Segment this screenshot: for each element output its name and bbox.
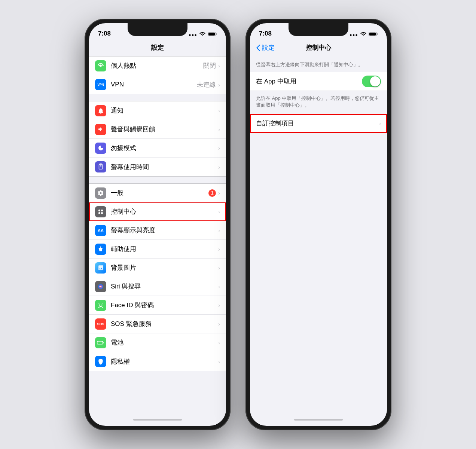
toggle-row[interactable]: 在 App 中取用 <box>250 72 387 91</box>
control-center-chevron: › <box>218 208 220 215</box>
sounds-icon <box>95 124 106 135</box>
row-notifications[interactable]: 通知 › <box>89 101 226 120</box>
svg-rect-8 <box>100 167 102 167</box>
nav-bar-2: 設定 控制中心 <box>250 40 387 56</box>
home-bar-1 <box>133 419 182 421</box>
accessibility-icon <box>95 244 106 255</box>
phone-1-screen: 7:08 ●●● <box>89 23 226 426</box>
svg-point-17 <box>363 36 364 37</box>
svg-rect-13 <box>98 307 100 308</box>
accessibility-chevron: › <box>218 246 220 252</box>
hotspot-icon <box>95 60 106 71</box>
notch-2 <box>289 23 348 36</box>
row-control-center[interactable]: 控制中心 › <box>89 202 226 221</box>
gap-1 <box>89 94 226 101</box>
group-system: 通知 › 聲音與觸覺回饋 › <box>89 101 226 177</box>
group-connections: 個人熱點 關閉 › VPN VPN 未連線 › <box>89 56 226 94</box>
wifi-icon <box>199 32 205 37</box>
privacy-icon <box>95 356 106 367</box>
row-sounds[interactable]: 聲音與觸覺回饋 › <box>89 120 226 139</box>
notifications-label: 通知 <box>111 106 218 115</box>
battery-label: 電池 <box>111 338 218 347</box>
dnd-icon <box>95 143 106 154</box>
hotspot-chevron: › <box>218 62 220 69</box>
top-description: 從螢幕右上方邊緣向下滑動來打開「通知中心」。 <box>250 56 387 72</box>
hotspot-label: 個人熱點 <box>111 61 203 70</box>
privacy-label: 隱私權 <box>111 357 218 366</box>
screen-time-icon <box>95 161 106 172</box>
screen-time-chevron: › <box>218 164 220 170</box>
svg-rect-12 <box>102 303 103 303</box>
siri-chevron: › <box>218 283 220 290</box>
settings-content-2: 從螢幕右上方邊緣向下滑動來打開「通知中心」。 在 App 中取用 允許在 App… <box>250 56 387 413</box>
nav-title-2: 控制中心 <box>306 43 331 52</box>
phone-1: 7:08 ●●● <box>85 19 231 430</box>
gap-2 <box>89 177 226 183</box>
svg-rect-19 <box>369 33 376 36</box>
sos-chevron: › <box>218 321 220 327</box>
signal-icon-2: ●●● <box>350 33 358 37</box>
status-time-2: 7:08 <box>259 30 272 37</box>
toggle-switch[interactable] <box>362 76 381 87</box>
battery-row-icon <box>95 337 106 348</box>
general-badge: 1 <box>208 189 216 197</box>
faceid-label: Face ID 與密碼 <box>111 301 218 309</box>
row-screen-time[interactable]: 螢幕使用時間 › <box>89 158 226 176</box>
wallpaper-chevron: › <box>218 265 220 271</box>
svg-rect-11 <box>98 303 100 303</box>
row-hotspot[interactable]: 個人熱點 關閉 › <box>89 56 226 75</box>
wallpaper-label: 背景圖片 <box>111 263 218 272</box>
row-general[interactable]: 一般 1 › <box>89 184 226 202</box>
control-center-icon <box>95 206 106 217</box>
vpn-value: 未連線 <box>197 80 216 89</box>
row-display[interactable]: AA 螢幕顯示與亮度 › <box>89 221 226 240</box>
row-accessibility[interactable]: 輔助使用 › <box>89 240 226 259</box>
battery-icon <box>208 32 217 37</box>
faceid-chevron: › <box>218 302 220 308</box>
nav-bar-1: 設定 <box>89 40 226 56</box>
row-siri[interactable]: Siri 與搜尋 › <box>89 277 226 296</box>
dnd-label: 勿擾模式 <box>111 144 218 152</box>
phone-2-screen: 7:08 ●●● <box>250 23 387 426</box>
notch-1 <box>128 23 187 36</box>
group-device: 一般 1 › 控制中心 › <box>89 183 226 371</box>
accessibility-label: 輔助使用 <box>111 245 218 253</box>
row-dnd[interactable]: 勿擾模式 › <box>89 139 226 158</box>
row-wallpaper[interactable]: 背景圖片 › <box>89 259 226 277</box>
home-indicator-2 <box>250 413 387 426</box>
row-battery[interactable]: 電池 › <box>89 333 226 352</box>
toggle-knob <box>370 76 380 86</box>
sos-icon: SOS <box>95 318 106 330</box>
notifications-chevron: › <box>218 107 220 114</box>
faceid-icon <box>95 300 106 311</box>
battery-icon-2 <box>369 32 378 37</box>
toggle-description: 允許在 App 中取用「控制中心」。若停用時，您仍可從主畫面取用「控制中心」。 <box>250 91 387 114</box>
row-vpn[interactable]: VPN VPN 未連線 › <box>89 75 226 94</box>
status-icons-1: ●●● <box>189 32 217 37</box>
display-label: 螢幕顯示與亮度 <box>111 226 218 235</box>
row-privacy[interactable]: 隱私權 › <box>89 352 226 371</box>
custom-controls-chevron: › <box>379 120 381 126</box>
general-icon <box>95 187 106 199</box>
sounds-chevron: › <box>218 126 220 132</box>
display-chevron: › <box>218 227 220 233</box>
custom-controls-row[interactable]: 自訂控制項目 › <box>250 114 387 133</box>
battery-chevron: › <box>218 339 220 346</box>
vpn-icon: VPN <box>95 79 106 90</box>
row-sos[interactable]: SOS SOS 緊急服務 › <box>89 315 226 333</box>
siri-icon <box>95 281 106 292</box>
nav-title-1: 設定 <box>151 43 164 52</box>
row-faceid[interactable]: Face ID 與密碼 › <box>89 296 226 315</box>
nav-back-2[interactable]: 設定 <box>256 43 275 52</box>
siri-label: Siri 與搜尋 <box>111 282 218 291</box>
sounds-label: 聲音與觸覺回饋 <box>111 125 218 134</box>
wallpaper-icon <box>95 262 106 274</box>
svg-rect-16 <box>97 341 103 343</box>
notifications-icon <box>95 105 106 116</box>
svg-rect-2 <box>208 33 215 36</box>
settings-content-1: 個人熱點 關閉 › VPN VPN 未連線 › <box>89 56 226 413</box>
svg-rect-7 <box>100 165 102 166</box>
cc-grid <box>97 208 105 216</box>
svg-rect-14 <box>102 307 103 308</box>
home-bar-2 <box>294 419 343 421</box>
